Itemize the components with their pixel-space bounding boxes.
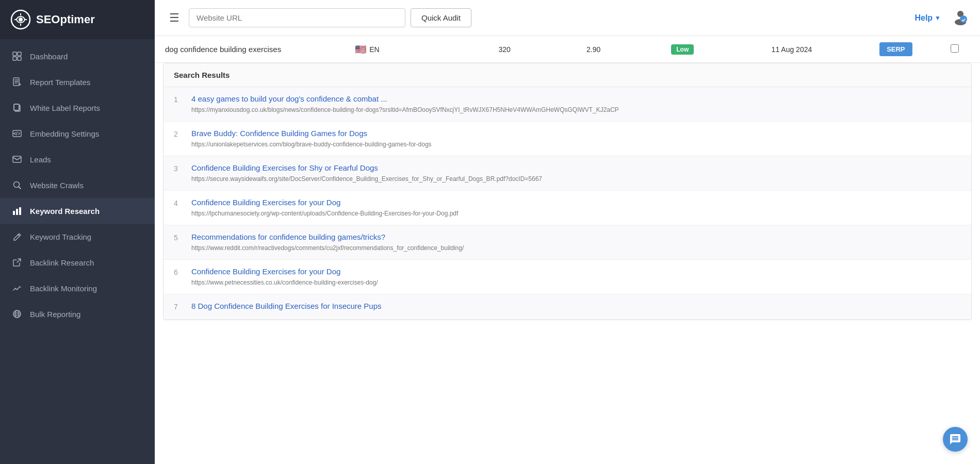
- svg-point-1: [19, 18, 23, 22]
- svg-rect-15: [19, 207, 21, 215]
- result-number: 6: [174, 267, 184, 287]
- result-url: https://unionlakepetservices.com/blog/br…: [191, 141, 432, 148]
- search-results-panel: Search Results 1 4 easy games to build y…: [163, 63, 972, 320]
- result-title[interactable]: Confidence Building Exercises for your D…: [191, 267, 961, 276]
- result-content: Recommendations for confidence building …: [191, 233, 961, 252]
- hamburger-button[interactable]: ☰: [165, 9, 184, 27]
- result-title[interactable]: 4 easy games to build your dog's confide…: [191, 94, 961, 103]
- bar-chart-icon: [11, 205, 23, 217]
- sidebar-item-embedding-settings[interactable]: Embedding Settings: [0, 121, 155, 146]
- trend-icon: [11, 283, 23, 294]
- sidebar-item-label-white-label-reports: White Label Reports: [30, 104, 100, 112]
- list-item: 4 Confidence Building Exercises for your…: [164, 191, 971, 225]
- result-content: Brave Buddy: Confidence Building Games f…: [191, 129, 961, 148]
- sidebar-item-bulk-reporting[interactable]: Bulk Reporting: [0, 301, 155, 327]
- result-content: Confidence Building Exercises for your D…: [191, 267, 961, 287]
- keyword-cell: dog confidence building exercises: [165, 45, 347, 54]
- copy-icon: [11, 102, 23, 113]
- svg-rect-13: [13, 211, 15, 215]
- svg-rect-3: [18, 52, 21, 56]
- globe-icon: [11, 308, 23, 320]
- sidebar-item-keyword-tracking[interactable]: Keyword Tracking: [0, 224, 155, 250]
- result-title[interactable]: Confidence Building Exercises for your D…: [191, 198, 961, 207]
- svg-rect-2: [13, 52, 17, 56]
- result-url: https://lpchumanesociety.org/wp-content/…: [191, 210, 458, 217]
- result-title[interactable]: Confidence Building Exercises for Shy or…: [191, 163, 961, 172]
- list-item: 1 4 easy games to build your dog's confi…: [164, 87, 971, 122]
- volume-cell: 320: [464, 45, 545, 54]
- sidebar: SEOptimer Dashboard Report Templates Whi…: [0, 0, 155, 464]
- list-item: 3 Confidence Building Exercises for Shy …: [164, 156, 971, 191]
- svg-point-25: [960, 15, 967, 23]
- language-cell: 🇺🇸 EN: [355, 44, 456, 55]
- embed-icon: [11, 128, 23, 139]
- competition-cell: Low: [642, 44, 723, 55]
- search-circle-icon: [11, 179, 23, 191]
- quick-audit-button[interactable]: Quick Audit: [411, 8, 471, 27]
- row-checkbox[interactable]: [951, 44, 959, 53]
- result-number: 2: [174, 129, 184, 148]
- result-title[interactable]: 8 Dog Confidence Building Exercises for …: [191, 302, 961, 310]
- cpc-cell: 2.90: [553, 45, 634, 54]
- sidebar-item-leads[interactable]: Leads: [0, 146, 155, 172]
- result-title[interactable]: Recommendations for confidence building …: [191, 233, 961, 241]
- result-number: 5: [174, 233, 184, 252]
- result-number: 7: [174, 302, 184, 312]
- sidebar-nav: Dashboard Report Templates White Label R…: [0, 39, 155, 464]
- row-checkbox-cell: [939, 44, 970, 54]
- serp-button[interactable]: SERP: [879, 42, 912, 56]
- svg-rect-11: [13, 156, 21, 162]
- grid-icon: [11, 51, 23, 62]
- sidebar-item-dashboard[interactable]: Dashboard: [0, 43, 155, 69]
- sidebar-item-label-backlink-research: Backlink Research: [30, 258, 94, 267]
- sidebar-item-backlink-monitoring[interactable]: Backlink Monitoring: [0, 275, 155, 301]
- result-url: https://www.petnecessities.co.uk/confide…: [191, 279, 378, 286]
- svg-rect-14: [16, 209, 18, 215]
- result-content: 4 easy games to build your dog's confide…: [191, 94, 961, 114]
- sidebar-item-label-keyword-tracking: Keyword Tracking: [30, 233, 91, 241]
- competition-badge: Low: [671, 44, 694, 55]
- result-number: 4: [174, 198, 184, 218]
- svg-rect-4: [13, 57, 17, 60]
- list-item: 7 8 Dog Confidence Building Exercises fo…: [164, 294, 971, 320]
- url-input[interactable]: [189, 8, 405, 27]
- result-content: Confidence Building Exercises for Shy or…: [191, 163, 961, 183]
- result-title[interactable]: Brave Buddy: Confidence Building Games f…: [191, 129, 961, 138]
- svg-rect-8: [14, 104, 19, 110]
- sidebar-item-label-dashboard: Dashboard: [30, 52, 68, 61]
- logo-text: SEOptimer: [36, 13, 95, 26]
- chat-bubble-button[interactable]: [943, 427, 968, 452]
- sidebar-item-white-label-reports[interactable]: White Label Reports: [0, 95, 155, 121]
- result-number: 1: [174, 94, 184, 114]
- list-item: 5 Recommendations for confidence buildin…: [164, 225, 971, 260]
- sidebar-item-keyword-research[interactable]: Keyword Research: [0, 198, 155, 224]
- result-content: Confidence Building Exercises for your D…: [191, 198, 961, 218]
- result-number: 3: [174, 163, 184, 183]
- sidebar-item-report-templates[interactable]: Report Templates: [0, 69, 155, 95]
- help-button[interactable]: Help ▼: [914, 13, 941, 23]
- sidebar-item-label-leads: Leads: [30, 155, 51, 164]
- file-edit-icon: [11, 76, 23, 88]
- result-content: 8 Dog Confidence Building Exercises for …: [191, 302, 961, 312]
- sidebar-item-website-crawls[interactable]: Website Crawls: [0, 172, 155, 198]
- flag-icon: 🇺🇸: [355, 44, 366, 55]
- sidebar-item-label-report-templates: Report Templates: [30, 78, 90, 87]
- list-item: 2 Brave Buddy: Confidence Building Games…: [164, 122, 971, 156]
- keyword-row-bar: dog confidence building exercises 🇺🇸 EN …: [155, 36, 980, 63]
- result-url: https://myanxiousdog.co.uk/blogs/news/co…: [191, 106, 619, 113]
- result-url: https://secure.waysidewaifs.org/site/Doc…: [191, 175, 542, 183]
- search-results-header: Search Results: [164, 63, 971, 87]
- sidebar-item-backlink-research[interactable]: Backlink Research: [0, 250, 155, 275]
- date-cell: 11 Aug 2024: [731, 45, 853, 54]
- external-link-icon: [11, 257, 23, 268]
- main-area: ☰ Quick Audit Help ▼ dog confidence buil…: [155, 0, 980, 464]
- user-avatar-button[interactable]: [951, 7, 970, 29]
- chevron-down-icon: ▼: [935, 14, 941, 22]
- mail-icon: [11, 154, 23, 165]
- content-area: dog confidence building exercises 🇺🇸 EN …: [155, 36, 980, 464]
- sidebar-item-label-embedding-settings: Embedding Settings: [30, 129, 99, 138]
- sidebar-item-label-keyword-research: Keyword Research: [30, 207, 100, 216]
- chat-icon: [949, 433, 961, 445]
- seoptimer-logo-icon: [10, 9, 31, 30]
- sidebar-item-label-backlink-monitoring: Backlink Monitoring: [30, 284, 97, 293]
